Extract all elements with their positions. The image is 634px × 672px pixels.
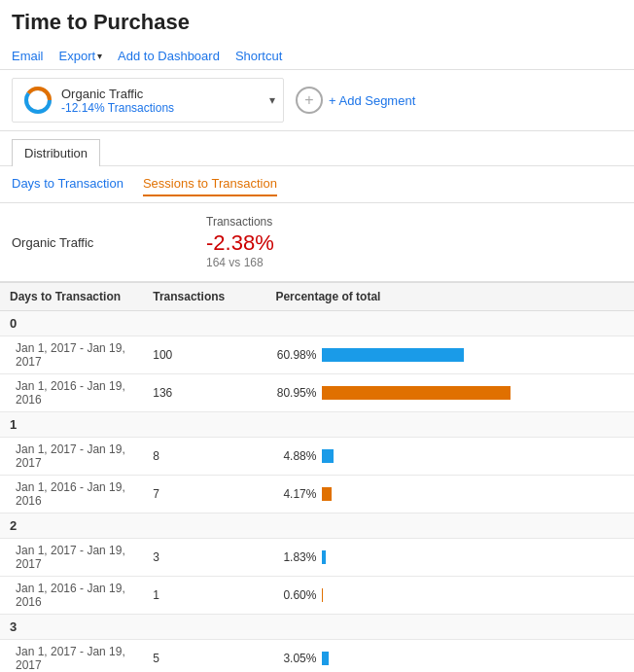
cell-txn: 136: [143, 374, 265, 412]
table-row: Jan 1, 2016 - Jan 19, 2016 1 0.60%: [0, 577, 634, 615]
shortcut-button[interactable]: Shortcut: [235, 49, 282, 63]
table-group-row: 0: [0, 311, 634, 336]
add-segment-button[interactable]: + + Add Segment: [296, 87, 415, 114]
segment-name: Organic Traffic: [61, 87, 273, 101]
cell-pct: 0.60%: [265, 577, 634, 615]
toolbar: Email Export ▾ Add to Dashboard Shortcut: [0, 43, 634, 70]
cell-txn: 7: [143, 476, 265, 513]
segment-stat-label: Transactions: [108, 101, 174, 115]
sub-tab-days[interactable]: Days to Transaction: [12, 172, 123, 196]
summary-pct-change: -2.38%: [206, 230, 274, 256]
table-row: Jan 1, 2017 - Jan 19, 2017 100 60.98%: [0, 336, 634, 374]
cell-txn: 5: [143, 640, 265, 673]
table-row: Jan 1, 2016 - Jan 19, 2016 7 4.17%: [0, 476, 634, 513]
cell-date: Jan 1, 2017 - Jan 19, 2017: [0, 438, 143, 476]
table-group-row: 2: [0, 513, 634, 539]
summary-section: Organic Traffic Transactions -2.38% 164 …: [0, 203, 634, 282]
cell-date: Jan 1, 2016 - Jan 19, 2016: [0, 476, 143, 513]
table-group-row: 1: [0, 412, 634, 438]
add-segment-circle-icon: +: [296, 87, 323, 114]
table-row: Jan 1, 2017 - Jan 19, 2017 8 4.88%: [0, 438, 634, 476]
add-to-dashboard-button[interactable]: Add to Dashboard: [118, 49, 220, 63]
export-button[interactable]: Export: [59, 49, 96, 63]
cell-date: Jan 1, 2017 - Jan 19, 2017: [0, 640, 143, 673]
cell-pct: 80.95%: [265, 374, 634, 412]
cell-txn: 8: [143, 438, 265, 476]
cell-pct: 4.88%: [265, 438, 634, 476]
cell-pct: 1.83%: [265, 539, 634, 577]
cell-pct: 4.17%: [265, 476, 634, 513]
col-pct-header: Percentage of total: [265, 283, 634, 311]
cell-date: Jan 1, 2016 - Jan 19, 2016: [0, 577, 143, 615]
cell-date: Jan 1, 2016 - Jan 19, 2016: [0, 374, 143, 412]
segment-pct: -12.14%: [61, 101, 105, 115]
email-button[interactable]: Email: [12, 49, 44, 63]
summary-comparison: 164 vs 168: [206, 256, 274, 269]
table-row: Jan 1, 2016 - Jan 19, 2016 136 80.95%: [0, 374, 634, 412]
summary-txn-header: Transactions: [206, 215, 274, 229]
cell-txn: 100: [143, 336, 265, 374]
summary-data: Transactions -2.38% 164 vs 168: [206, 215, 274, 269]
table-row: Jan 1, 2017 - Jan 19, 2017 3 1.83%: [0, 539, 634, 577]
col-txn-header: Transactions: [143, 283, 265, 311]
segment-bar: Organic Traffic -12.14% Transactions ▾ +…: [0, 70, 634, 131]
cell-txn: 1: [143, 577, 265, 615]
segment-donut: [22, 85, 53, 116]
sub-tabs: Days to Transaction Sessions to Transact…: [0, 166, 634, 203]
page-title: Time to Purchase: [0, 0, 634, 43]
cell-pct: 3.05%: [265, 640, 634, 673]
table-group-row: 3: [0, 615, 634, 640]
sub-tab-sessions[interactable]: Sessions to Transaction: [143, 172, 277, 196]
cell-date: Jan 1, 2017 - Jan 19, 2017: [0, 336, 143, 374]
segment-stat: -12.14% Transactions: [61, 101, 273, 115]
data-table: Days to Transaction Transactions Percent…: [0, 282, 634, 672]
cell-txn: 3: [143, 539, 265, 577]
tab-distribution[interactable]: Distribution: [12, 139, 100, 166]
export-chevron-icon: ▾: [97, 51, 102, 61]
segment-info: Organic Traffic -12.14% Transactions: [61, 87, 273, 115]
add-segment-label: + Add Segment: [329, 93, 415, 108]
segment-dropdown-icon: ▾: [269, 93, 275, 107]
table-row: Jan 1, 2017 - Jan 19, 2017 5 3.05%: [0, 640, 634, 673]
col-days-header: Days to Transaction: [0, 283, 143, 311]
cell-date: Jan 1, 2017 - Jan 19, 2017: [0, 539, 143, 577]
tabs-section: Distribution: [0, 131, 634, 166]
cell-pct: 60.98%: [265, 336, 634, 374]
summary-label: Organic Traffic: [12, 235, 206, 250]
segment-chip[interactable]: Organic Traffic -12.14% Transactions ▾: [12, 78, 284, 123]
